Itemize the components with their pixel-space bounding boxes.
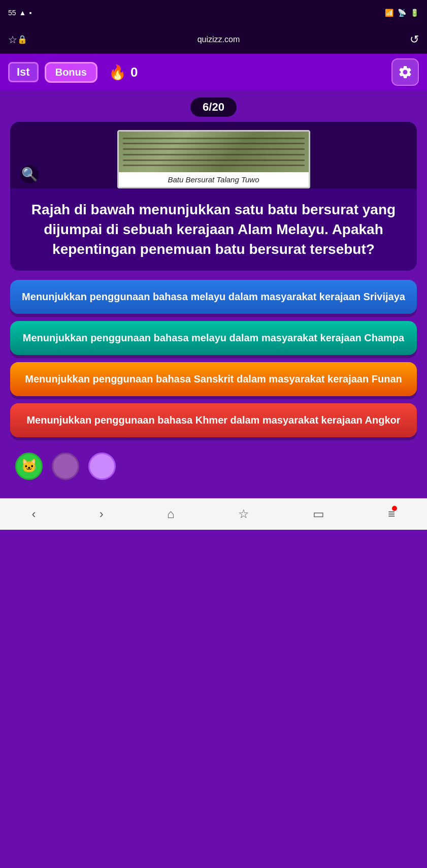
inscription-image: Batu Bersurat Talang Tuwo [117, 130, 310, 188]
status-warning: ▲ [19, 9, 26, 17]
browser-home-button[interactable]: ⌂ [167, 507, 175, 521]
reload-icon[interactable]: ↺ [410, 33, 419, 46]
home-icon: ⌂ [167, 507, 175, 521]
settings-button[interactable] [391, 58, 419, 86]
inscription-line-3 [123, 148, 305, 150]
star-nav-icon: ☆ [238, 507, 249, 521]
star-icon[interactable]: ☆ [8, 34, 17, 46]
status-bar-left: 55 ▲ ▪ [8, 9, 31, 17]
question-text-area: Rajah di bawah menunjukkan satu batu ber… [10, 188, 417, 271]
browser-back-button[interactable]: ‹ [32, 507, 36, 521]
browser-url[interactable]: quizizz.com [27, 35, 410, 44]
inscription-text-lines [119, 132, 309, 172]
tabs-icon: ▭ [313, 507, 324, 521]
avatar-3 [88, 453, 116, 480]
answer-option-d[interactable]: Menunjukkan penggunaan bahasa Khmer dala… [10, 403, 417, 437]
fire-score: 🔥 0 [109, 64, 138, 81]
question-card: Batu Bersurat Talang Tuwo 🔍 Rajah di baw… [10, 122, 417, 271]
question-text: Rajah di bawah menunjukkan satu batu ber… [19, 200, 408, 260]
avatar-2 [52, 453, 79, 480]
forward-icon: › [100, 507, 104, 521]
browser-bar: ☆ 🔒 quizizz.com ↺ [0, 25, 427, 54]
inscription-caption: Batu Bersurat Talang Tuwo [119, 172, 309, 187]
zoom-icon[interactable]: 🔍 [20, 165, 39, 183]
question-counter-wrap: 6/20 [10, 98, 417, 117]
inscription-line-6 [123, 165, 305, 166]
inscription-line-5 [123, 159, 305, 161]
wifi-icon: 📶 [385, 9, 393, 17]
battery-icon: 🔋 [410, 9, 419, 17]
menu-icon: ≡ [388, 507, 395, 521]
avatar-1-emoji: 🐱 [21, 458, 37, 474]
status-bar-right: 📶 📡 🔋 [385, 9, 419, 17]
image-area: Batu Bersurat Talang Tuwo 🔍 [10, 122, 417, 188]
avatar-1: 🐱 [15, 453, 43, 480]
inscription-line-1 [123, 138, 305, 139]
browser-bookmark-button[interactable]: ☆ [238, 507, 249, 521]
inscription-line-4 [123, 154, 305, 155]
bonus-badge[interactable]: Bonus [45, 62, 97, 83]
browser-nav: ‹ › ⌂ ☆ ▭ ≡ [0, 498, 427, 530]
answer-option-a[interactable]: Menunjukkan penggunaan bahasa melayu dal… [10, 280, 417, 314]
answer-option-b[interactable]: Menunjukkan penggunaan bahasa melayu dal… [10, 321, 417, 355]
status-time: 55 [8, 9, 16, 17]
browser-tabs-button[interactable]: ▭ [313, 507, 324, 521]
status-icon-box: ▪ [29, 9, 31, 17]
inscription-img-top [119, 132, 309, 172]
back-icon: ‹ [32, 507, 36, 521]
menu-notification-dot [392, 506, 397, 511]
lock-icon: 🔒 [17, 35, 27, 44]
main-content: 6/20 Batu Bersurat Talang Tuwo 🔍 [0, 98, 427, 498]
inscription-line-2 [123, 143, 305, 144]
status-bar: 55 ▲ ▪ 📶 📡 🔋 [0, 0, 427, 25]
question-counter: 6/20 [190, 98, 237, 117]
answer-option-c[interactable]: Menunjukkan penggunaan bahasa Sanskrit d… [10, 362, 417, 396]
gear-icon [398, 65, 413, 80]
browser-forward-button[interactable]: › [100, 507, 104, 521]
answer-options: Menunjukkan penggunaan bahasa melayu dal… [10, 280, 417, 437]
fire-icon: 🔥 [109, 64, 126, 81]
bottom-avatars: 🐱 [10, 447, 417, 488]
top-bar: Ist Bonus 🔥 0 [0, 54, 427, 90]
browser-menu-button[interactable]: ≡ [388, 507, 395, 521]
signal-icon: 📡 [398, 9, 406, 17]
ist-badge: Ist [8, 62, 39, 82]
score-value: 0 [130, 65, 138, 80]
